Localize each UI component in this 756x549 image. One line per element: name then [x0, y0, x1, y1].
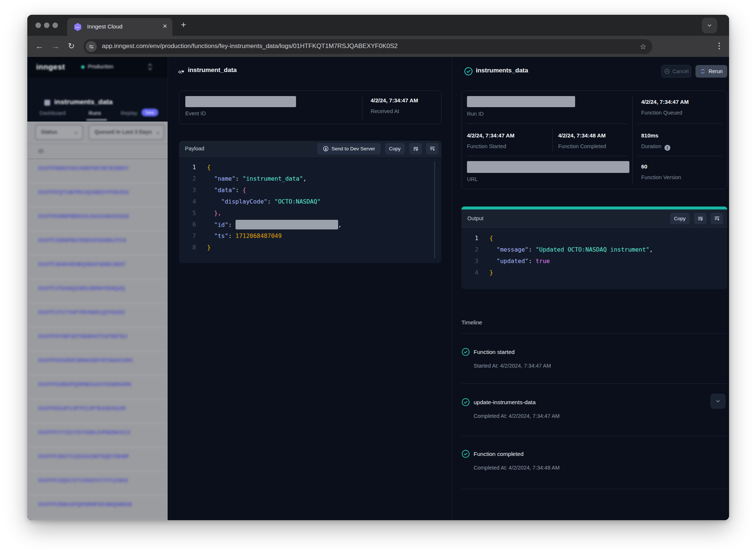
- run-id-row[interactable]: 01HTFCSQG7ZYVXNZVC7VT1Z4K6: [27, 471, 168, 495]
- timeline-divider: [461, 489, 727, 489]
- run-id-row[interactable]: 01HTFKQT1M7RSJQABEXYF0K0S2: [27, 183, 168, 207]
- function-version-value: 60: [641, 163, 647, 170]
- window-minimize-button[interactable]: [44, 23, 49, 28]
- run-id-row[interactable]: 01HTFN86XV6CXW87657W7E3WDY: [27, 159, 168, 183]
- run-id-row[interactable]: 01HTFG3BKPQ5R9EAA5Y0GBRARN: [27, 375, 168, 399]
- check-circle-icon: [461, 398, 470, 406]
- event-meta-card: Event ID 4/2/24, 7:34:47 AM Received At: [179, 91, 441, 124]
- environment-status-dot: [81, 65, 85, 69]
- chevron-down-icon: [715, 398, 721, 404]
- code-line: {: [489, 235, 493, 242]
- word-wrap-button[interactable]: [409, 143, 422, 154]
- environment-selector[interactable]: Production: [78, 61, 156, 73]
- browser-toolbar: ← → ↻ app.inngest.com/env/production/fun…: [27, 36, 729, 57]
- window-close-button[interactable]: [35, 23, 41, 28]
- collapse-lines-button[interactable]: [711, 213, 723, 224]
- tab-runs[interactable]: Runs: [89, 110, 101, 116]
- run-id-row[interactable]: 01HTFHYWF32TSB9HGT01F5BTBJ: [27, 327, 168, 351]
- new-tab-button[interactable]: +: [181, 20, 186, 29]
- reload-button[interactable]: ↻: [68, 41, 75, 51]
- line-number: 1: [461, 235, 478, 242]
- rerun-refresh-icon: [700, 68, 706, 74]
- run-id-row[interactable]: 01HTFCR8KAPQP0R6PZK3MQNMXB: [27, 495, 168, 519]
- card-divider: [467, 156, 627, 156]
- timeline-item-title: update-instruments-data: [474, 399, 536, 406]
- run-id-row[interactable]: 01HTFKMBPMD0ZAJ4AG04KD3A02: [27, 207, 168, 231]
- payload-code: 1{ 2"name": "instrument_data", 3"data": …: [179, 157, 441, 263]
- inngest-logo: inngest: [36, 62, 65, 71]
- function-title: instruments_data: [54, 98, 113, 106]
- run-id-row[interactable]: 01HTFJ94HVE0BQ48AF4DM13E9T: [27, 255, 168, 279]
- payload-copy-button[interactable]: Copy: [385, 143, 405, 154]
- received-at-value: 4/2/24, 7:34:47 AM: [371, 97, 418, 103]
- run-id-row[interactable]: 01HTFCYYZGYGYGDKJVP82NKXCZ: [27, 423, 168, 447]
- date-range-filter[interactable]: Queued in Last 3 Days: [89, 125, 164, 140]
- run-id-row[interactable]: 01HTFJ7DA6Q238SJWNHYE8Q2Q: [27, 279, 168, 303]
- run-title: instruments_data: [476, 67, 528, 74]
- line-number: 2: [461, 246, 478, 253]
- code-line: {: [207, 164, 211, 171]
- chevron-down-icon: [707, 23, 712, 28]
- timeline-item-subtitle: Started At: 4/2/2024, 7:34:47 AM: [474, 363, 551, 369]
- info-icon[interactable]: i: [664, 145, 670, 151]
- tab-dashboard[interactable]: Dashboard: [39, 110, 66, 116]
- run-id-list: 01HTFN86XV6CXW87657W7E3WDY 01HTFKQT1M7RS…: [27, 159, 168, 519]
- send-to-dev-server-button[interactable]: Send to Dev Server: [317, 143, 381, 154]
- card-divider: [632, 96, 633, 184]
- output-code: 1{ 2"message": "Updated OCTO:NASDAQ inst…: [461, 228, 727, 289]
- payload-card: Payload Send to Dev Server Copy 1{: [179, 141, 441, 263]
- run-id-row[interactable]: 01HTFJ7C7YHF7RVN091Q3YD253: [27, 303, 168, 327]
- code-line: "displayCode": "OCTO:NASDAQ": [207, 198, 321, 205]
- browser-window: ••• Inngest Cloud ✕ + ← → ↻ app.inngest.…: [27, 15, 729, 520]
- run-id-row[interactable]: 01HTFCWZ7CZ2X3AZM75QEYNH8F: [27, 447, 168, 471]
- line-number: 5: [179, 209, 196, 216]
- cancel-button[interactable]: Cancel: [661, 65, 691, 78]
- collapse-lines-button[interactable]: [426, 143, 439, 154]
- window-zoom-button[interactable]: [52, 23, 58, 28]
- status-filter[interactable]: Status: [35, 125, 83, 140]
- run-id-label: Run ID: [467, 111, 484, 117]
- run-id-row[interactable]: 01HTFJ3B9PB27EWGK5Z086JYC8: [27, 231, 168, 255]
- payload-header: Payload Send to Dev Server Copy: [179, 141, 441, 157]
- chevron-updown-icon: [148, 63, 152, 71]
- card-divider: [638, 123, 722, 124]
- new-badge: New: [141, 109, 158, 116]
- code-scrollbar[interactable]: [434, 161, 435, 259]
- output-copy-button[interactable]: Copy: [670, 213, 690, 224]
- rerun-button[interactable]: Rerun: [695, 65, 727, 78]
- tab-search-button[interactable]: [702, 18, 717, 33]
- function-completed-label: Function Completed: [558, 143, 606, 149]
- run-id-redacted-value: [467, 96, 575, 107]
- site-settings-icon[interactable]: [86, 41, 97, 52]
- timeline-item-title: Function completed: [474, 451, 523, 457]
- run-id-row[interactable]: 01HTFHXGR0CWNHSWY8T3NAVGRC: [27, 351, 168, 375]
- address-bar[interactable]: app.inngest.com/env/production/functions…: [83, 39, 652, 54]
- event-title: instrument_data: [188, 67, 237, 74]
- word-wrap-icon: [413, 146, 419, 152]
- browser-tab[interactable]: ••• Inngest Cloud ✕: [67, 18, 172, 36]
- timeline-divider: [461, 333, 727, 334]
- send-download-icon: [323, 146, 329, 152]
- inngest-app: inngest Production instruments_data Dash…: [27, 57, 729, 520]
- word-wrap-button[interactable]: [694, 213, 707, 224]
- code-line: "name": "instrument_data",: [207, 175, 306, 182]
- inngest-favicon-icon: •••: [74, 23, 82, 31]
- code-line: "message": "Updated OCTO:NASDAQ instrume…: [489, 246, 653, 253]
- run-details-card: Run ID 4/2/24, 7:34:47 AM Function Queue…: [461, 91, 727, 189]
- forward-button[interactable]: →: [52, 41, 60, 51]
- line-number: 7: [179, 232, 196, 239]
- browser-menu-button[interactable]: ⋮: [715, 41, 723, 51]
- check-circle-icon: [461, 450, 470, 458]
- bookmark-star-icon[interactable]: ☆: [640, 42, 646, 51]
- event-panel: «• instrument_data Event ID 4/2/24, 7:34…: [168, 57, 452, 520]
- back-button[interactable]: ←: [35, 41, 44, 51]
- tab-replay[interactable]: Replay: [121, 110, 137, 116]
- sidebar-function-header: instruments_data Dashboard Runs Replay N…: [27, 78, 168, 122]
- tab-close-icon[interactable]: ✕: [162, 23, 167, 30]
- id-column-header: ID: [38, 148, 44, 154]
- expand-step-button[interactable]: [711, 394, 725, 409]
- collapse-lines-icon: [714, 215, 720, 222]
- url-redacted-value: [467, 161, 629, 173]
- run-id-row[interactable]: 01HTFEG3FVJP7FZJP7EA5KN3JR: [27, 399, 168, 423]
- id-redacted-value: [236, 220, 338, 229]
